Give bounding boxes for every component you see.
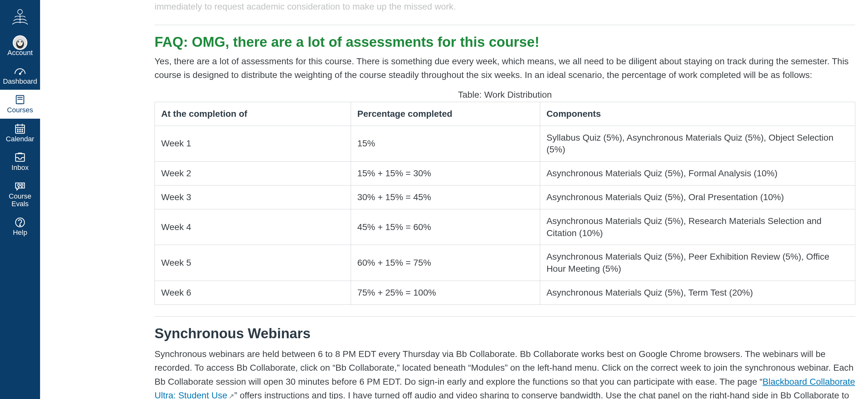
avatar-icon [13,36,27,49]
svg-point-24 [21,184,23,186]
table-cell: Syllabus Quiz (5%), Asynchronous Materia… [540,126,855,162]
nav-calendar-label: Calendar [6,135,34,143]
calendar-icon [14,122,26,135]
table-cell: Week 1 [155,126,351,162]
svg-point-16 [18,129,19,130]
nav-account-label: Account [7,49,33,57]
table-header-row: At the completion of Percentage complete… [155,102,855,126]
table-header: Components [540,102,855,126]
table-cell: Week 6 [155,281,351,305]
nav-dashboard[interactable]: Dashboard [0,61,40,90]
nav-inbox-label: Inbox [11,164,29,171]
svg-point-21 [22,131,23,132]
svg-point-4 [18,41,20,42]
webinars-body: Synchronous webinars are held between 6 … [155,347,855,399]
webinars-text-after: ” offers instructions and tips. I have t… [155,391,849,399]
nav-help[interactable]: Help [0,212,40,241]
nav-course-evals[interactable]: Course Evals [0,176,40,212]
svg-point-23 [18,184,20,186]
table-cell: 15% [351,126,540,162]
nav-courses-label: Courses [7,106,33,114]
nav-calendar[interactable]: Calendar [0,119,40,147]
faq-body: Yes, there are a lot of assessments for … [155,54,855,82]
global-nav: Account Dashboard Courses [0,0,40,399]
nav-course-evals-label: Course Evals [1,193,39,208]
table-cell: Asynchronous Materials Quiz (5%), Oral P… [540,185,855,209]
table-cell: 30% + 15% = 45% [351,185,540,209]
svg-point-26 [20,225,21,226]
table-header: Percentage completed [351,102,540,126]
svg-point-20 [20,131,21,132]
table-row: Week 445% + 15% = 60%Asynchronous Materi… [155,209,855,245]
table-cell: 75% + 25% = 100% [351,281,540,305]
help-icon [14,216,26,229]
external-link-icon: ↗ [228,392,234,399]
svg-point-5 [21,41,22,42]
webinars-heading: Synchronous Webinars [155,325,855,341]
svg-point-7 [20,73,21,75]
section-divider [155,316,855,317]
table-cell: 45% + 15% = 60% [351,209,540,245]
nav-courses[interactable]: Courses [0,90,40,118]
table-cell: Asynchronous Materials Quiz (5%), Resear… [540,209,855,245]
svg-point-18 [22,129,23,130]
institution-logo[interactable] [10,8,30,27]
table-row: Week 560% + 15% = 75%Asynchronous Materi… [155,245,855,281]
table-cell: Week 2 [155,162,351,186]
table-cell: Week 4 [155,209,351,245]
nav-dashboard-label: Dashboard [3,78,37,85]
table-row: Week 675% + 25% = 100%Asynchronous Mater… [155,281,855,305]
table-header: At the completion of [155,102,351,126]
svg-point-0 [18,9,23,14]
table-row: Week 115%Syllabus Quiz (5%), Asynchronou… [155,126,855,162]
table-row: Week 330% + 15% = 45%Asynchronous Materi… [155,185,855,209]
svg-point-19 [18,131,19,132]
table-cell: 15% + 15% = 30% [351,162,540,186]
svg-point-17 [20,129,21,130]
table-row: Week 215% + 15% = 30%Asynchronous Materi… [155,162,855,186]
prev-section-trailing: immediately to request academic consider… [155,0,855,13]
table-cell: Week 3 [155,185,351,209]
course-evals-icon [14,180,26,193]
table-cell: Asynchronous Materials Quiz (5%), Formal… [540,162,855,186]
table-cell: 60% + 15% = 75% [351,245,540,281]
table-cell: Week 5 [155,245,351,281]
table-caption: Table: Work Distribution [155,90,855,100]
nav-inbox[interactable]: Inbox [0,147,40,176]
inbox-icon [14,151,26,164]
svg-point-3 [17,40,23,46]
table-cell: Asynchronous Materials Quiz (5%), Peer E… [540,245,855,281]
page-content: immediately to request academic consider… [40,0,868,399]
nav-account[interactable]: Account [0,32,40,61]
dashboard-icon [14,65,26,78]
nav-help-label: Help [13,229,27,236]
section-divider [155,25,855,25]
courses-icon [14,93,26,106]
faq-heading: FAQ: OMG, there are a lot of assessments… [155,34,855,50]
table-cell: Asynchronous Materials Quiz (5%), Term T… [540,281,855,305]
webinars-text-before: Synchronous webinars are held between 6 … [155,349,854,387]
work-distribution-table: At the completion of Percentage complete… [155,102,855,305]
